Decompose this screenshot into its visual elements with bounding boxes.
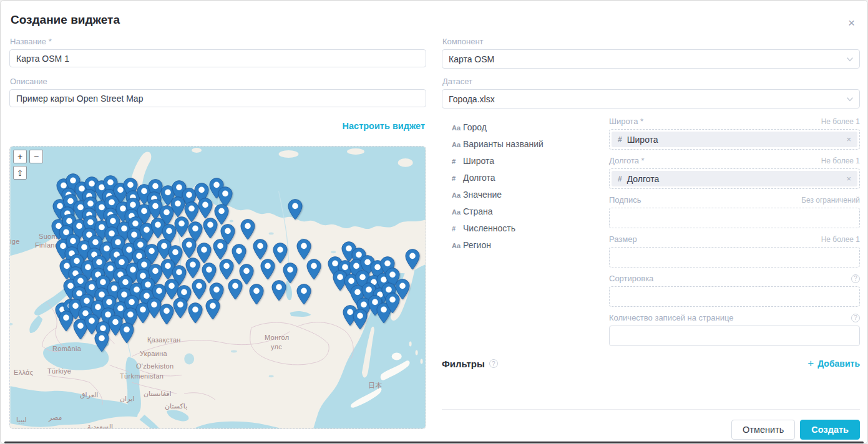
map-country-label: ليبيا (16, 416, 27, 424)
text-type-icon: Aa (452, 242, 463, 249)
map-marker[interactable] (203, 218, 218, 241)
help-icon[interactable]: ? (489, 359, 498, 368)
dataset-field-item[interactable]: #Широта (452, 156, 609, 166)
chip-label: Долгота (627, 174, 660, 184)
dataset-field-name: Город (463, 122, 487, 132)
dataset-select[interactable]: Города.xlsx (442, 89, 860, 109)
right-column: Компонент Карта OSM Датасет Города.xlsx … (442, 37, 860, 440)
map-country-label: ایران (120, 395, 134, 403)
slot-dropzone[interactable] (609, 247, 860, 268)
map-country-label: السعودية (87, 423, 113, 429)
help-icon[interactable]: ? (851, 314, 860, 322)
map-marker[interactable] (260, 259, 275, 282)
slot-dropzone[interactable] (609, 286, 860, 307)
field-chip[interactable]: #Широта× (612, 132, 857, 147)
map-marker[interactable] (192, 279, 207, 302)
map-fullscreen-button[interactable]: ⇧ (13, 166, 27, 180)
map-marker[interactable] (94, 331, 109, 355)
map-marker[interactable] (405, 249, 420, 273)
map-marker[interactable] (271, 280, 286, 304)
slot-label: Размер (609, 234, 637, 244)
osm-map[interactable]: SuomiFinlandigeБеларусьУкраинаRomâniaΕλλ… (9, 146, 426, 429)
map-marker[interactable] (296, 284, 311, 307)
dataset-field-name: Широта (463, 156, 494, 166)
cancel-button[interactable]: Отменить (731, 420, 795, 440)
map-marker[interactable] (174, 216, 189, 240)
text-type-icon: Aa (452, 141, 463, 148)
map-country-label: العراق (80, 391, 98, 399)
description-input[interactable]: Пример карты Open Street Map (9, 89, 426, 107)
map-marker[interactable] (119, 322, 134, 346)
map-marker[interactable] (395, 279, 410, 302)
map-marker[interactable] (205, 299, 220, 322)
dataset-field-item[interactable]: #Численность (452, 223, 609, 233)
dataset-field-name: Долгота (463, 173, 495, 183)
map-marker[interactable] (228, 279, 243, 302)
add-filter-button[interactable]: + Добавить (807, 357, 860, 370)
slot-label: Количество записей на странице (609, 313, 733, 322)
map-country-label: ige (10, 238, 20, 245)
map-marker[interactable] (159, 304, 174, 327)
name-label: Название * (10, 37, 426, 46)
text-type-icon: Aa (452, 208, 463, 216)
config-slot: Долгота *Не более 1#Долгота× (609, 155, 860, 189)
map-country-label: улс (271, 343, 282, 350)
map-marker[interactable] (353, 309, 368, 332)
component-label: Компонент (442, 37, 860, 46)
map-marker[interactable] (185, 258, 200, 281)
left-column: Название * Карта OSM 1 Описание Пример к… (9, 37, 426, 429)
name-input[interactable]: Карта OSM 1 (9, 49, 426, 67)
config-slot: РазмерНе более 1 (609, 234, 860, 268)
component-select[interactable]: Карта OSM (442, 49, 860, 69)
chip-label: Широта (627, 135, 658, 145)
create-button[interactable]: Создать (800, 420, 860, 440)
map-country-label: România (52, 345, 81, 352)
slot-dropzone[interactable]: #Долгота× (609, 168, 860, 189)
remove-chip-icon[interactable]: × (846, 135, 851, 144)
dataset-field-item[interactable]: AaРегион (452, 240, 609, 250)
slot-dropzone[interactable] (609, 326, 860, 346)
slot-label: Долгота * (609, 156, 645, 165)
slot-dropzone[interactable] (609, 208, 860, 228)
dialog-title: Создание виджета (11, 13, 120, 27)
map-marker[interactable] (288, 199, 303, 223)
map-marker[interactable] (173, 297, 188, 321)
chevron-down-icon (847, 97, 853, 102)
close-icon[interactable]: × (848, 17, 855, 29)
map-zoom-in-button[interactable]: + (13, 150, 27, 163)
component-value: Карта OSM (449, 54, 494, 64)
dataset-fields-list: AaГородAaВарианты названий#Широта#Долгот… (442, 116, 609, 352)
dataset-field-name: Значение (463, 190, 502, 200)
slot-dropzone[interactable]: #Широта× (609, 129, 860, 150)
create-widget-dialog: Создание виджета × Название * Карта OSM … (0, 0, 868, 444)
dataset-field-item[interactable]: #Долгота (452, 173, 609, 183)
map-country-label: Украина (140, 350, 167, 357)
map-marker[interactable] (306, 259, 321, 282)
config-slot: Сортировка? (609, 273, 860, 307)
chevron-down-icon (847, 57, 853, 62)
dataset-field-item[interactable]: AaСтрана (452, 206, 609, 216)
map-country-label: Türkmenistan (120, 372, 163, 380)
number-type-icon: # (618, 175, 622, 183)
number-type-icon: # (618, 135, 622, 144)
config-slots: Широта *Не более 1#Широта×Долгота *Не бо… (609, 116, 860, 352)
remove-chip-icon[interactable]: × (846, 174, 851, 183)
dataset-field-name: Численность (463, 223, 515, 233)
configure-widget-link[interactable]: Настроить виджет (343, 121, 425, 131)
dataset-field-name: Страна (463, 206, 493, 216)
map-country-label: افغانستان (144, 390, 172, 398)
slot-label: Сортировка (609, 274, 653, 283)
description-label: Описание (10, 77, 426, 86)
field-chip[interactable]: #Долгота× (612, 171, 857, 186)
dataset-field-item[interactable]: AaЗначение (452, 190, 609, 200)
slot-limit-hint: Не более 1 (821, 157, 860, 165)
map-marker[interactable] (249, 284, 264, 307)
help-icon[interactable]: ? (851, 274, 860, 283)
dataset-field-item[interactable]: AaГород (452, 122, 609, 132)
config-slot: Широта *Не более 1#Широта× (609, 116, 860, 150)
dataset-field-item[interactable]: AaВарианты названий (452, 139, 609, 149)
map-marker[interactable] (188, 302, 203, 326)
map-zoom-out-button[interactable]: − (29, 150, 43, 163)
text-type-icon: Aa (452, 191, 463, 199)
slot-limit-hint: Без ограничений (801, 196, 860, 205)
